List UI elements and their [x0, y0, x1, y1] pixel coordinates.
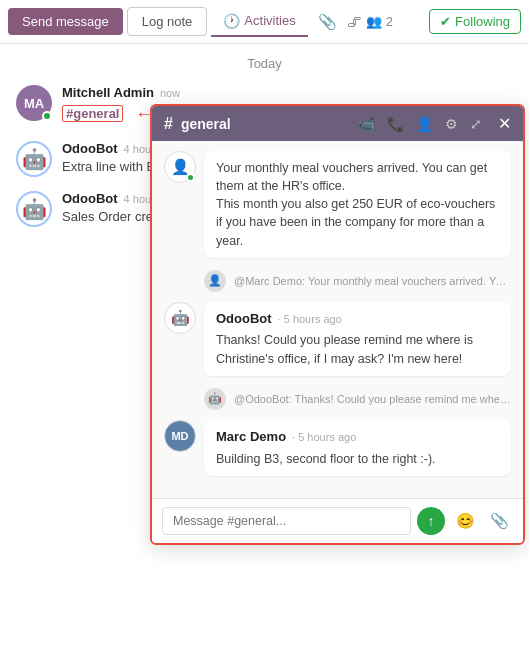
log-note-button[interactable]: Log note — [127, 7, 208, 36]
popup-body: 👤 Your monthly meal vouchers arrived. Yo… — [152, 141, 523, 498]
bot-face-icon: 🤖 — [22, 147, 47, 171]
popup-header: # general 📹 📞 👤 ⚙ ⤢ ✕ — [152, 106, 523, 141]
popup-avatar-marc2: MD — [164, 420, 196, 452]
hash-icon: # — [164, 115, 173, 133]
people-count: 2 — [386, 14, 393, 29]
popup-message-marc2: MD Marc Demo · 5 hours ago Building B3, … — [164, 420, 511, 476]
popup-avatar-marc: 👤 — [164, 151, 196, 183]
chat-area: Today MA Mitchell Admin now #general ← 🤖… — [0, 44, 529, 253]
activities-label: Activities — [244, 13, 295, 28]
message-header-mitchell: Mitchell Admin now — [62, 85, 513, 100]
popup-quote-odoobot: 🤖 @OdooBot: Thanks! Could you please rem… — [204, 388, 511, 410]
popup-header-marc2: Marc Demo · 5 hours ago — [216, 428, 499, 447]
popup-bubble-marc2: Marc Demo · 5 hours ago Building B3, sec… — [204, 420, 511, 476]
people-icon: 👥 — [366, 14, 382, 29]
toolbar: Send message Log note 🕐 Activities 📎 🖇 👥… — [0, 0, 529, 44]
following-label: Following — [455, 14, 510, 29]
author-mitchell: Mitchell Admin — [62, 85, 154, 100]
popup-avatar-odoobot: 🤖 — [164, 302, 196, 334]
online-dot — [42, 111, 52, 121]
general-channel-popup: # general 📹 📞 👤 ⚙ ⤢ ✕ 👤 Your monthly me — [150, 104, 525, 545]
clock-icon: 🕐 — [223, 13, 240, 29]
avatar-mitchell: MA — [16, 85, 52, 121]
toolbar-icons: 📎 🖇 — [318, 13, 362, 31]
popup-text-marc1: Your monthly meal vouchers arrived. You … — [216, 159, 499, 250]
popup-bubble-marc1: Your monthly meal vouchers arrived. You … — [204, 151, 511, 258]
settings-icon[interactable]: ⚙ — [445, 116, 458, 132]
author-odoobot2: OdooBot — [62, 191, 118, 206]
popup-quote-text-marc: @Marc Demo: Your monthly meal vouchers a… — [234, 275, 511, 287]
avatar-odoobot2: 🤖 — [16, 191, 52, 227]
popup-message-marc1: 👤 Your monthly meal vouchers arrived. Yo… — [164, 151, 511, 258]
avatar-odoobot1: 🤖 — [16, 141, 52, 177]
check-icon: ✔ — [440, 14, 451, 29]
popup-header-odoobot: OdooBot · 5 hours ago — [216, 310, 499, 329]
popup-text-marc2: Building B3, second floor to the right :… — [216, 450, 499, 468]
hashtag-general[interactable]: #general — [62, 105, 123, 122]
popup-message-odoobot: 🤖 OdooBot · 5 hours ago Thanks! Could yo… — [164, 302, 511, 376]
popup-header-icons: 📹 📞 👤 ⚙ ⤢ ✕ — [358, 114, 511, 133]
popup-time-odoobot: · 5 hours ago — [278, 312, 342, 328]
expand-icon[interactable]: ⤢ — [470, 116, 482, 132]
bot-face-icon2: 🤖 — [22, 197, 47, 221]
popup-bubble-odoobot: OdooBot · 5 hours ago Thanks! Could you … — [204, 302, 511, 376]
attach-button[interactable]: 📎 — [485, 507, 513, 535]
time-mitchell: now — [160, 87, 180, 99]
send-message-button[interactable]: Send message — [8, 8, 123, 35]
close-button[interactable]: ✕ — [498, 114, 511, 133]
popup-quote-text-odoobot: @OdooBot: Thanks! Could you please remin… — [234, 393, 511, 405]
emoji-button[interactable]: 😊 — [451, 507, 479, 535]
popup-input-area: ↑ 😊 📎 — [152, 498, 523, 543]
popup-author-odoobot: OdooBot — [216, 310, 272, 329]
add-member-icon[interactable]: 👤 — [416, 116, 433, 132]
people-count-button[interactable]: 👥 2 — [366, 14, 393, 29]
paperclip-icon[interactable]: 📎 — [318, 13, 337, 31]
video-call-icon[interactable]: 📹 — [358, 116, 375, 132]
date-divider: Today — [16, 56, 513, 71]
send-button[interactable]: ↑ — [417, 507, 445, 535]
popup-quote-avatar-marc: 👤 — [204, 270, 226, 292]
message-input[interactable] — [162, 507, 411, 535]
following-button[interactable]: ✔ Following — [429, 9, 521, 34]
author-odoobot1: OdooBot — [62, 141, 118, 156]
popup-author-marc2: Marc Demo — [216, 428, 286, 447]
marc-online-dot — [186, 173, 195, 182]
popup-quote-marc: 👤 @Marc Demo: Your monthly meal vouchers… — [204, 270, 511, 292]
popup-text-odoobot: Thanks! Could you please remind me where… — [216, 331, 499, 367]
attachment-icon[interactable]: 🖇 — [347, 13, 362, 30]
popup-quote-avatar-odoobot: 🤖 — [204, 388, 226, 410]
tab-activities[interactable]: 🕐 Activities — [211, 7, 307, 37]
send-icon: ↑ — [428, 513, 435, 529]
popup-time-marc2: · 5 hours ago — [292, 430, 356, 446]
popup-title: general — [181, 116, 350, 132]
phone-call-icon[interactable]: 📞 — [387, 116, 404, 132]
